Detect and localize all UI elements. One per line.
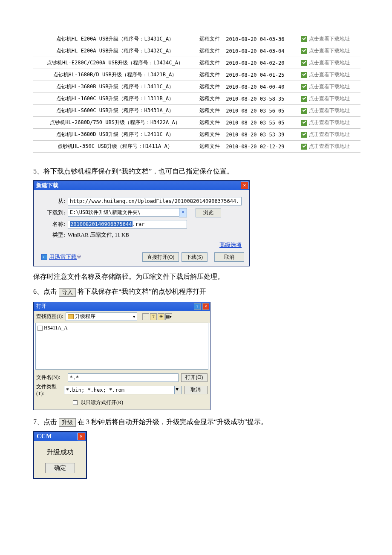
open-cancel-button[interactable]: 取消: [184, 386, 208, 394]
row-type: 远程文件: [197, 129, 223, 141]
cancel-button[interactable]: 取消: [214, 252, 244, 262]
from-url-input[interactable]: [68, 197, 242, 205]
chevron-down-icon[interactable]: ▾: [179, 208, 187, 217]
download-to-label: 下载到:: [41, 209, 65, 217]
table-row: 点钞机HL-S600C USB升级（程序号：H3431A_A）远程文件2010-…: [33, 105, 360, 117]
chevron-down-icon[interactable]: ▼: [175, 386, 182, 394]
row-date: 2010-08-20 03-55-05: [223, 117, 298, 129]
row-link[interactable]: 点击查看下载地址: [299, 141, 360, 153]
download-icon: [301, 108, 307, 114]
view-menu-icon[interactable]: ▦▾: [165, 313, 172, 320]
row-date: 2010-08-20 02-12-29: [223, 141, 298, 153]
row-link[interactable]: 点击查看下载地址: [299, 57, 360, 69]
filename-input[interactable]: 20100820140906375644.rar: [68, 220, 187, 228]
table-row: 点钞机HL-350C USB升级（程序号：H1411A_A）远程文件2010-0…: [33, 141, 360, 153]
success-titlebar[interactable]: CCM ×: [34, 432, 86, 441]
download-to-combo[interactable]: ▾: [68, 208, 187, 217]
row-type: 远程文件: [197, 57, 223, 69]
row-type: 远程文件: [197, 69, 223, 81]
row-date: 2010-08-20 04-00-40: [223, 81, 298, 93]
download-icon: [301, 144, 307, 150]
lookin-label: 查找范围(I):: [36, 313, 63, 320]
filetype-field[interactable]: [64, 386, 175, 394]
help-icon[interactable]: ?: [194, 303, 201, 310]
row-name: 点钞机HL-3680B USB升级（程序号：L3411C_A）: [33, 81, 197, 93]
xunlei-suffix: ※: [77, 254, 81, 260]
file-item[interactable]: H5411A_A: [44, 325, 68, 331]
xunlei-link[interactable]: 用迅雷下载: [49, 253, 77, 261]
table-row: 点钞机HL-2680D/750 UBS升级（程序号：H3422A_A）远程文件2…: [33, 117, 360, 129]
success-dialog: CCM × 升级成功 确定: [33, 431, 87, 479]
row-type: 远程文件: [197, 93, 223, 105]
step-7-pre: 7、点击: [33, 418, 57, 425]
close-icon[interactable]: ×: [202, 303, 209, 310]
table-row: 点钞机HL-E280C/C200A USB升级（程序号：L3434C_A）远程文…: [33, 57, 360, 69]
lookin-combo[interactable]: 升级程序 ▼: [66, 312, 137, 321]
readonly-label: 以只读方式打开(R): [81, 399, 123, 405]
browse-button[interactable]: 浏览: [196, 208, 221, 217]
type-value: WinRAR 压缩文件, 11 KB: [68, 231, 244, 239]
advanced-options-link[interactable]: 高级选项: [219, 241, 242, 249]
back-icon[interactable]: ←: [142, 313, 149, 320]
download-icon: [301, 36, 307, 42]
step-7-text: 7、点击 升级 在 3 秒钟后将自动开始升级，升级完成会显示“升级成功”提示。: [33, 416, 360, 428]
up-folder-icon[interactable]: ⇧: [150, 313, 157, 320]
save-note: 保存时注意文件名称及存储路径。为压缩文件下载后解压处理。: [33, 271, 360, 282]
row-link[interactable]: 点击查看下载地址: [299, 129, 360, 141]
row-name: 点钞机HL-E200A USB升级（程序号：L3432C_A）: [33, 45, 197, 57]
close-icon[interactable]: ×: [78, 433, 85, 440]
row-name: 点钞机HL-E280C/C200A USB升级（程序号：L3434C_A）: [33, 57, 197, 69]
step-6-post: 将下载保存在“我的文档”的点钞机程序打开: [78, 288, 206, 295]
row-name: 点钞机HL-1680B/D USB升级（程序号：L3421B_A）: [33, 69, 197, 81]
step-7-post: 在 3 秒钟后将自动开始升级，升级完成会显示“升级成功”提示。: [78, 418, 268, 425]
upgrade-button-inline[interactable]: 升级: [59, 418, 76, 427]
row-link[interactable]: 点击查看下载地址: [299, 45, 360, 57]
table-row: 点钞机HL-E200A USB升级（程序号：L3432C_A）远程文件2010-…: [33, 45, 360, 57]
row-type: 远程文件: [197, 81, 223, 93]
filename-label: 文件名(N):: [36, 374, 68, 381]
row-link[interactable]: 点击查看下载地址: [299, 69, 360, 81]
xunlei-icon: [41, 254, 47, 260]
close-icon[interactable]: ×: [241, 182, 248, 189]
readonly-checkbox-row[interactable]: 以只读方式打开(R): [73, 399, 208, 406]
download-icon: [301, 120, 307, 126]
filetype-label: 文件类型(T):: [36, 383, 64, 397]
row-date: 2010-08-20 03-58-35: [223, 93, 298, 105]
download-icon: [301, 84, 307, 90]
ok-button[interactable]: 确定: [45, 463, 75, 473]
row-date: 2010-08-20 04-03-36: [223, 33, 298, 45]
type-label: 类型:: [41, 231, 65, 239]
row-link[interactable]: 点击查看下载地址: [299, 117, 360, 129]
row-link[interactable]: 点击查看下载地址: [299, 105, 360, 117]
new-folder-icon[interactable]: ✳: [158, 313, 164, 320]
open-button[interactable]: 打开(O): [181, 373, 208, 382]
download-to-input[interactable]: [68, 208, 179, 217]
step-6-text: 6、点击 导入 将下载保存在“我的文档”的点钞机程序打开: [33, 286, 360, 297]
table-row: 点钞机HL-E200A USB升级（程序号：L3431C_A）远程文件2010-…: [33, 33, 360, 45]
download-button[interactable]: 下载(S): [182, 252, 208, 262]
row-date: 2010-08-20 03-56-05: [223, 105, 298, 117]
checkbox-icon[interactable]: [73, 400, 78, 405]
direct-open-button[interactable]: 直接打开(O): [142, 252, 179, 262]
import-button-inline[interactable]: 导入: [59, 288, 76, 297]
download-icon: [301, 96, 307, 102]
folder-icon: [68, 314, 74, 319]
row-link[interactable]: 点击查看下载地址: [299, 33, 360, 45]
table-row: 点钞机HL-3680B USB升级（程序号：L3411C_A）远程文件2010-…: [33, 81, 360, 93]
step-6-pre: 6、点击: [33, 288, 57, 295]
open-titlebar[interactable]: 打开 ? ×: [34, 302, 210, 311]
row-link[interactable]: 点击查看下载地址: [299, 81, 360, 93]
row-date: 2010-08-20 03-53-39: [223, 129, 298, 141]
download-links-table: 点钞机HL-E200A USB升级（程序号：L3431C_A）远程文件2010-…: [33, 33, 360, 153]
file-list[interactable]: H5411A_A: [35, 323, 208, 370]
row-link[interactable]: 点击查看下载地址: [299, 93, 360, 105]
step-5-text: 5、将下载点钞机程序保存到“我的文档”，也可自己指定保存位置。: [33, 165, 360, 177]
from-label: 从:: [41, 197, 65, 205]
filename-field[interactable]: [68, 373, 179, 382]
table-row: 点钞机HL-3680D USB升级（程序号：L2411C_A）远程文件2010-…: [33, 129, 360, 141]
new-download-titlebar[interactable]: 新建下载 ×: [34, 181, 249, 190]
download-icon: [301, 72, 307, 78]
open-title: 打开: [36, 303, 46, 310]
row-name: 点钞机HL-2680D/750 UBS升级（程序号：H3422A_A）: [33, 117, 197, 129]
success-title: CCM: [37, 433, 52, 440]
